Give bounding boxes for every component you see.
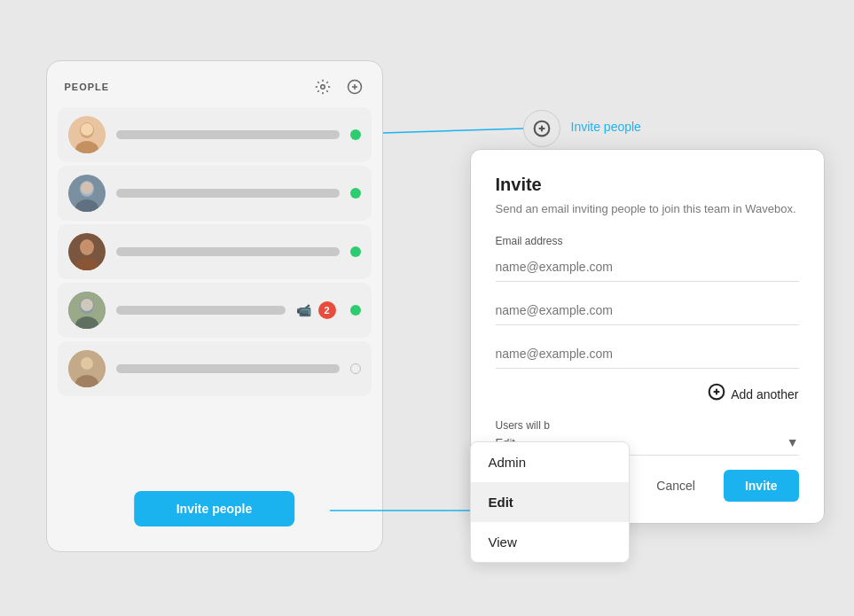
email-input-3[interactable] [496, 339, 799, 369]
status-indicator [350, 363, 361, 374]
avatar [68, 292, 106, 329]
chevron-down-icon[interactable]: ▼ [787, 435, 799, 449]
list-item[interactable] [58, 107, 372, 162]
people-header-icons [313, 77, 364, 97]
dialog-subtitle: Send an email inviting people to join th… [496, 200, 799, 218]
invite-people-button[interactable]: Invite people [134, 491, 295, 526]
svg-point-25 [81, 357, 93, 370]
person-name [116, 306, 286, 315]
add-another-icon [708, 383, 725, 405]
avatar [68, 116, 106, 153]
invite-submit-button[interactable]: Invite [724, 470, 799, 502]
people-panel-title: PEOPLE [65, 82, 110, 92]
email-input-2[interactable] [496, 296, 799, 325]
settings-icon[interactable] [313, 77, 333, 97]
dropdown-item-edit[interactable]: Edit [471, 482, 629, 522]
person-extras: 📹 2 [296, 301, 336, 319]
svg-line-0 [383, 129, 523, 133]
svg-point-21 [81, 299, 93, 311]
person-list: 📹 2 [47, 107, 382, 396]
add-another-button[interactable]: Add another [496, 383, 799, 405]
status-indicator [350, 129, 361, 140]
dropdown-item-view[interactable]: View [471, 522, 629, 562]
add-person-icon[interactable] [345, 77, 364, 97]
svg-point-13 [81, 182, 93, 194]
list-item[interactable]: 📹 2 [58, 283, 372, 338]
person-name [116, 364, 340, 373]
person-name [116, 189, 340, 198]
avatar [68, 233, 106, 270]
video-call-icon: 📹 [296, 303, 311, 317]
role-dropdown: Admin Edit View [470, 441, 630, 563]
svg-point-2 [320, 84, 325, 89]
avatar [68, 175, 106, 212]
svg-point-17 [81, 240, 93, 253]
dropdown-item-admin[interactable]: Admin [471, 442, 629, 482]
status-indicator [350, 188, 361, 199]
email-field-label: Email address [496, 235, 799, 247]
svg-point-9 [81, 123, 93, 136]
status-indicator [350, 305, 361, 316]
people-panel: PEOPLE [46, 60, 383, 552]
invite-label-top[interactable]: Invite people [571, 120, 641, 134]
list-item[interactable] [58, 341, 372, 396]
dialog-title: Invite [496, 175, 799, 195]
role-label: Users will b [496, 419, 799, 432]
invite-circle-button[interactable] [523, 110, 560, 147]
email-input-1[interactable] [496, 253, 799, 282]
notification-badge: 2 [318, 301, 336, 319]
add-another-label: Add another [731, 387, 798, 402]
person-name [116, 130, 340, 139]
person-name [116, 247, 340, 256]
avatar [68, 350, 106, 387]
list-item[interactable] [58, 166, 372, 221]
list-item[interactable] [58, 224, 372, 279]
people-header: PEOPLE [47, 61, 382, 107]
cancel-button[interactable]: Cancel [639, 470, 713, 502]
status-indicator [350, 246, 361, 257]
